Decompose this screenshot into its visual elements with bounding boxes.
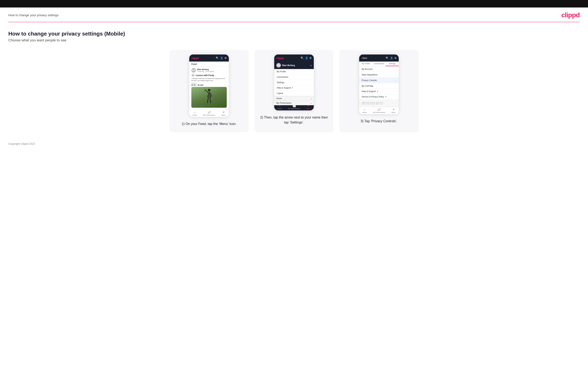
step1-tab-home: ⌂ Home <box>192 111 197 116</box>
step2-nav: clippd 🔍 👤 ⚙ <box>274 54 314 62</box>
step1-nav-icons: 🔍 👤 ⚙ <box>216 57 227 59</box>
privacy-controls-label: Privacy Controls <box>362 79 377 82</box>
menu-help-support[interactable]: Help & Support ↗ <box>359 89 399 94</box>
dropdown-help[interactable]: Help & Support ↗ <box>274 85 314 91</box>
step1-feed-label: Feed <box>189 62 229 66</box>
copyright-text: Copyright Clippd 2022 <box>8 142 35 145</box>
profile-icon: 👤 <box>390 57 393 59</box>
logo: clippd <box>561 11 580 19</box>
dropdown-logout[interactable]: Logout <box>274 91 314 96</box>
post-user-row: BM Blair McHarg Yesterday · Sunningdale <box>191 68 227 73</box>
home-icon: ⌂ <box>194 111 196 114</box>
step1-post: BM Blair McHarg Yesterday · Sunningdale … <box>189 66 229 109</box>
dropdown-performance-section[interactable]: My Performance ⌄ <box>274 101 314 105</box>
step1-tab-bar: ⌂ Home 📈 My Performance ≡ Menu <box>189 109 229 117</box>
step1-logo: clippd <box>191 57 199 60</box>
golf-bag-label: My Golf Bag <box>362 85 373 87</box>
profile-icon: 👤 <box>220 57 223 59</box>
tab-myprofile[interactable]: My Profile <box>359 62 372 66</box>
step-2-card: clippd 🔍 👤 ⚙ <box>254 50 334 132</box>
search-icon: 🔍 <box>301 57 304 59</box>
post-user-sub: Yesterday · Sunningdale <box>197 70 214 72</box>
menu-icon: ≡ <box>223 111 225 114</box>
step3-tab-performance: 📈 My Performance <box>373 108 385 113</box>
settings-icon: ⚙ <box>225 57 227 59</box>
svg-point-0 <box>208 89 210 92</box>
post-title: Lesson with Fordy <box>196 74 214 76</box>
myaccount-label: My Account <box>362 68 372 70</box>
menu-label: Menu <box>306 108 311 109</box>
step1-tab-performance: 📈 My Performance <box>203 111 215 116</box>
data-integrations-chevron: › <box>395 73 396 76</box>
data-integrations-label: Data Integrations <box>362 74 378 76</box>
home-section-label: Home <box>276 97 282 100</box>
post-title-row: ✏ Lesson with Fordy <box>191 74 227 77</box>
step3-back-bar: ‹ Back 🔍 👤 ⚙ <box>359 54 399 62</box>
step3-back-btn[interactable]: ‹ Back <box>361 57 367 59</box>
page-heading: How to change your privacy settings (Mob… <box>8 31 580 37</box>
settings-icon: ⚙ <box>309 57 312 59</box>
step1-nav: clippd 🔍 👤 ⚙ <box>189 54 229 62</box>
performance-chevron-icon: ⌄ <box>310 102 312 104</box>
footer: Copyright Clippd 2022 <box>0 139 588 149</box>
post-user-info: Blair McHarg Yesterday · Sunningdale <box>197 68 214 72</box>
breadcrumb: How to change your privacy settings <box>8 13 59 17</box>
dropdown-chevron-up: ∧ <box>310 64 312 67</box>
myaccount-chevron: › <box>395 68 396 70</box>
performance-icon: 📈 <box>378 108 381 111</box>
menu-label: Menu <box>391 111 396 113</box>
steps-row: clippd 🔍 👤 ⚙ Feed BM Blair McHarg <box>8 50 580 132</box>
step2-user-left: BM Blair McHarg <box>276 63 295 67</box>
step2-logo: clippd <box>276 57 284 60</box>
menu-icon: ≡ <box>393 108 394 111</box>
performance-label: My Performance <box>203 114 215 116</box>
step2-user-row: BM Blair McHarg ∧ <box>274 62 314 69</box>
home-label: Home <box>277 108 282 109</box>
version-gql: GQL Server Version: 2022.7.30-1 <box>362 103 396 105</box>
dropdown-connections[interactable]: Connections <box>274 75 314 80</box>
home-label: Home <box>362 111 367 113</box>
step3-nav-icons: 🔍 👤 ⚙ <box>386 57 397 59</box>
menu-privacy-controls[interactable]: Privacy Controls › <box>359 78 399 83</box>
step2-avatar: BM <box>276 63 281 67</box>
performance-label: My Performance <box>288 108 300 109</box>
menu-data-integrations[interactable]: Data Integrations › <box>359 72 399 78</box>
performance-label: My Performance <box>373 111 385 113</box>
golf-bag-chevron: › <box>395 85 396 87</box>
step3-tabs: My Profile Connections Settings <box>359 62 399 66</box>
page-subheading: Choose what you want people to see <box>8 38 580 42</box>
step1-tab-menu: ≡ Menu <box>222 111 226 116</box>
step-1-caption: 1) On your Feed, tap the ‘Menu’ icon. <box>182 121 236 126</box>
step-2-phone: clippd 🔍 👤 ⚙ <box>274 54 314 110</box>
step3-tab-menu: ≡ Menu <box>391 108 396 113</box>
profile-icon: 👤 <box>305 57 308 59</box>
top-bar <box>0 0 588 8</box>
privacy-controls-chevron: › <box>395 79 396 82</box>
main-content: How to change your privacy settings (Mob… <box>0 22 588 139</box>
menu-golf-bag[interactable]: My Golf Bag › <box>359 83 399 89</box>
step2-nav-icons: 🔍 👤 ⚙ <box>301 57 312 59</box>
dropdown-home-section[interactable]: Home ⌄ <box>274 96 314 101</box>
step2-dropdown-overlay: BM Blair McHarg ∧ My Profile Connections… <box>274 62 314 105</box>
post-avatar: BM <box>191 68 196 73</box>
dropdown-myprofile[interactable]: My Profile <box>274 69 314 75</box>
step3-tab-home: ⌂ Home <box>362 108 367 113</box>
menu-label: Menu <box>222 114 226 116</box>
post-duration-value: 01 hr : 30 min <box>191 84 227 86</box>
search-icon: 🔍 <box>386 57 389 59</box>
post-type-icon: ✏ <box>191 74 195 77</box>
dropdown-settings[interactable]: Settings <box>274 80 314 85</box>
help-support-label: Help & Support ↗ <box>362 90 378 92</box>
tab-connections[interactable]: Connections <box>372 62 385 66</box>
menu-privacy-policy[interactable]: Service & Privacy Policy ↗ <box>359 94 399 100</box>
post-duration-label: Duration <box>191 83 227 84</box>
step3-menu: My Account › Data Integrations › Privacy… <box>359 66 399 107</box>
tab-settings[interactable]: Settings <box>386 62 399 66</box>
header-divider <box>8 22 580 22</box>
performance-section-label: My Performance <box>276 102 292 104</box>
settings-icon: ⚙ <box>394 57 397 59</box>
home-icon: ⌂ <box>364 108 365 111</box>
menu-myaccount[interactable]: My Account › <box>359 66 399 72</box>
post-desc: Looking to feel like my hands are exitin… <box>191 78 227 82</box>
search-icon: 🔍 <box>216 57 219 59</box>
